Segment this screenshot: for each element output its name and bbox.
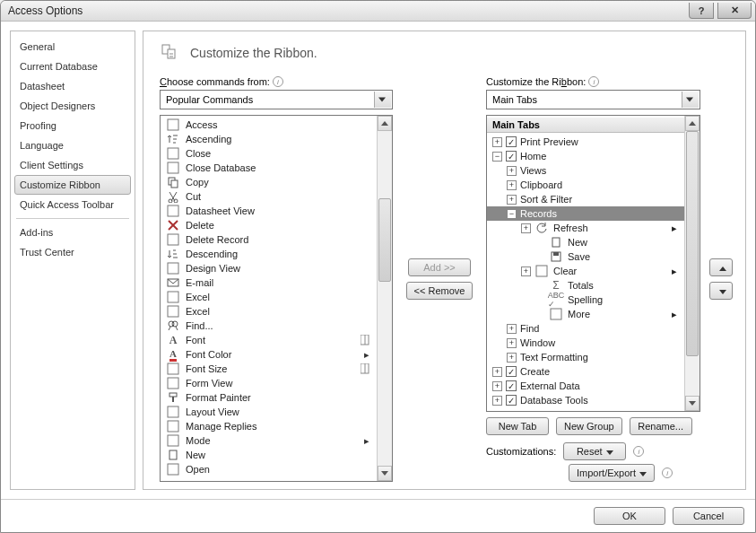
tree-item[interactable]: +Refresh▸: [487, 221, 684, 235]
tree-item[interactable]: −Records: [487, 206, 684, 221]
tree-item[interactable]: +Clipboard: [487, 178, 684, 192]
tree-item[interactable]: +Window: [487, 336, 684, 350]
command-item[interactable]: Datasheet View: [161, 204, 377, 218]
expand-icon[interactable]: +: [521, 266, 531, 276]
command-item[interactable]: Ascending: [161, 132, 377, 146]
command-item[interactable]: Format Painter: [161, 390, 377, 405]
command-item[interactable]: New: [161, 448, 377, 462]
tree-item[interactable]: +Text Formatting: [487, 350, 684, 364]
tree-item[interactable]: +Find: [487, 321, 684, 336]
command-item[interactable]: AFont: [161, 333, 377, 347]
command-item[interactable]: Design View: [161, 261, 377, 275]
sidebar-item-customize-ribbon[interactable]: Customize Ribbon: [14, 175, 131, 195]
command-item[interactable]: Descending: [161, 247, 377, 261]
info-icon[interactable]: i: [662, 467, 673, 478]
expand-icon[interactable]: +: [492, 137, 502, 147]
tree-item[interactable]: ΣTotals: [487, 278, 684, 293]
cancel-button[interactable]: Cancel: [673, 507, 744, 525]
command-item[interactable]: Access: [161, 118, 377, 132]
expand-icon[interactable]: +: [492, 396, 502, 406]
command-item[interactable]: Layout View: [161, 405, 377, 419]
commands-listbox[interactable]: AccessAscendingCloseClose DatabaseCopyCu…: [160, 115, 393, 482]
sidebar-item-quick-access-toolbar[interactable]: Quick Access Toolbar: [14, 195, 131, 214]
command-item[interactable]: Delete: [161, 218, 377, 232]
tree-item[interactable]: +✓External Data: [487, 379, 684, 393]
tree-item[interactable]: +Clear▸: [487, 264, 684, 278]
command-item[interactable]: Close: [161, 146, 377, 161]
scroll-up-button[interactable]: [378, 116, 392, 131]
add-button[interactable]: Add >>: [408, 258, 471, 276]
command-item[interactable]: Excel: [161, 290, 377, 304]
tree-item[interactable]: +Views: [487, 163, 684, 178]
rename-button[interactable]: Rename...: [630, 417, 692, 435]
collapse-icon[interactable]: −: [507, 209, 517, 219]
command-item[interactable]: E-mail: [161, 275, 377, 290]
info-icon[interactable]: i: [273, 76, 283, 87]
command-item[interactable]: Font Size: [161, 362, 377, 376]
tree-item[interactable]: More▸: [487, 307, 684, 321]
command-item[interactable]: AFont Color▸: [161, 347, 377, 362]
sidebar-item-current-database[interactable]: Current Database: [14, 57, 131, 76]
command-item[interactable]: Open: [161, 462, 377, 476]
import-export-button[interactable]: Import/Export: [569, 464, 655, 482]
ribbon-scrollbar[interactable]: [684, 116, 700, 411]
expand-icon[interactable]: +: [507, 180, 517, 190]
sidebar-item-language[interactable]: Language: [14, 135, 131, 155]
tree-item[interactable]: ABC✓Spelling: [487, 293, 684, 307]
move-up-button[interactable]: [709, 258, 733, 276]
info-icon[interactable]: i: [633, 446, 644, 457]
expand-icon[interactable]: +: [507, 324, 517, 334]
tree-item[interactable]: +✓Create: [487, 364, 684, 379]
command-item[interactable]: Form View: [161, 376, 377, 390]
expand-icon[interactable]: +: [507, 195, 517, 205]
ok-button[interactable]: OK: [594, 507, 665, 525]
command-item[interactable]: Cut: [161, 189, 377, 204]
expand-icon[interactable]: +: [507, 353, 517, 363]
checkbox[interactable]: ✓: [506, 151, 517, 162]
sidebar-item-add-ins[interactable]: Add-ins: [14, 223, 131, 242]
help-button[interactable]: ?: [689, 3, 714, 19]
checkbox[interactable]: ✓: [506, 380, 517, 391]
tree-item[interactable]: +Sort & Filter: [487, 192, 684, 206]
sidebar-item-datasheet[interactable]: Datasheet: [14, 76, 131, 96]
checkbox[interactable]: ✓: [506, 136, 517, 147]
ribbon-tree[interactable]: Main Tabs +✓Print Preview−✓Home+Views+Cl…: [486, 115, 700, 412]
tree-item[interactable]: +✓Print Preview: [487, 135, 684, 149]
new-group-button[interactable]: New Group: [556, 417, 622, 435]
sidebar-item-general[interactable]: General: [14, 37, 131, 57]
sidebar-item-trust-center[interactable]: Trust Center: [14, 242, 131, 262]
command-item[interactable]: Delete Record: [161, 232, 377, 247]
tree-item[interactable]: +✓Database Tools: [487, 393, 684, 407]
customize-ribbon-combo[interactable]: Main Tabs: [486, 90, 700, 109]
sidebar-item-proofing[interactable]: Proofing: [14, 116, 131, 135]
command-item[interactable]: Manage Replies: [161, 419, 377, 433]
expand-icon[interactable]: +: [507, 338, 517, 348]
commands-scrollbar[interactable]: [377, 116, 392, 481]
command-item[interactable]: Mode▸: [161, 433, 377, 448]
tree-item[interactable]: −✓Home: [487, 149, 684, 163]
command-item[interactable]: Excel: [161, 304, 377, 319]
close-button[interactable]: ✕: [717, 3, 752, 19]
expand-icon[interactable]: +: [521, 223, 531, 233]
scroll-down-button[interactable]: [685, 396, 700, 411]
scroll-down-button[interactable]: [378, 466, 392, 481]
sidebar-item-object-designers[interactable]: Object Designers: [14, 96, 131, 116]
expand-icon[interactable]: +: [492, 381, 502, 391]
move-down-button[interactable]: [709, 282, 733, 300]
new-tab-button[interactable]: New Tab: [486, 417, 549, 435]
command-item[interactable]: Find...: [161, 319, 377, 333]
command-item[interactable]: Close Database: [161, 161, 377, 175]
reset-button[interactable]: Reset: [563, 442, 626, 460]
expand-icon[interactable]: +: [507, 166, 517, 176]
remove-button[interactable]: << Remove: [406, 282, 474, 300]
scroll-up-button[interactable]: [685, 116, 700, 131]
info-icon[interactable]: i: [588, 76, 599, 87]
tree-item[interactable]: Save: [487, 249, 684, 264]
sidebar-item-client-settings[interactable]: Client Settings: [14, 155, 131, 175]
tree-item[interactable]: New: [487, 235, 684, 249]
checkbox[interactable]: ✓: [506, 366, 517, 377]
choose-commands-combo[interactable]: Popular Commands: [160, 90, 393, 109]
command-item[interactable]: Copy: [161, 175, 377, 189]
expand-icon[interactable]: +: [492, 367, 502, 377]
collapse-icon[interactable]: −: [492, 152, 502, 162]
